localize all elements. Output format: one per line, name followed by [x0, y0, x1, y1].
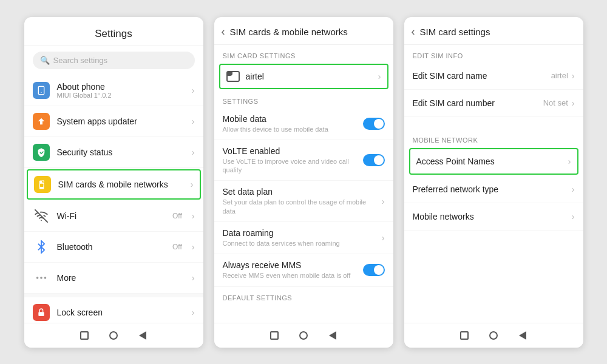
nav-circle-icon-2 — [299, 331, 308, 340]
sim-chevron: › — [191, 180, 194, 189]
about-phone-icon — [33, 82, 50, 99]
apn-chevron: › — [568, 157, 571, 166]
nav-circle-icon-3 — [489, 331, 498, 340]
settings-item-wifi[interactable]: Wi-Fi Off › — [24, 201, 203, 232]
edit-sim-number-label: Edit SIM card number — [413, 98, 543, 108]
settings-section-label: SETTINGS — [214, 90, 393, 108]
mms-item[interactable]: Always receive MMS Receive MMS even when… — [214, 254, 393, 286]
sim-settings-back-arrow[interactable]: ‹ — [412, 25, 415, 38]
security-chevron: › — [192, 147, 195, 157]
volte-toggle[interactable] — [363, 154, 385, 166]
nav-circle-btn-3[interactable] — [487, 329, 500, 342]
search-input-placeholder: Search settings — [53, 56, 108, 65]
settings-item-security[interactable]: Security status › — [24, 137, 203, 168]
svg-rect-8 — [38, 312, 44, 316]
nav-back-icon-3 — [519, 331, 526, 340]
data-plan-label: Set data plan — [223, 187, 376, 197]
security-text: Security status — [57, 147, 185, 157]
settings-item-sim[interactable]: SIM cards & mobile networks › — [27, 169, 201, 200]
mobile-data-text: Mobile data Allow this device to use mob… — [223, 114, 357, 133]
screens-container: Settings 🔍 Search settings About phone M… — [12, 5, 595, 360]
apn-item[interactable]: Access Point Names › — [409, 148, 578, 175]
edit-sim-name-value: airtel — [551, 71, 568, 80]
more-text: More — [57, 273, 185, 283]
screen-sim-settings: ‹ SIM card settings EDIT SIM INFO Edit S… — [404, 17, 583, 348]
settings-item-about-phone[interactable]: About phone MIUI Global 1°.0.2 › — [24, 75, 203, 106]
settings-item-lock[interactable]: Lock screen › — [24, 297, 203, 323]
wifi-icon — [33, 207, 50, 224]
about-phone-chevron: › — [192, 86, 195, 95]
nav-square-icon-2 — [270, 331, 279, 340]
nav-square-btn-1[interactable] — [78, 329, 90, 342]
mobile-data-toggle[interactable] — [363, 118, 385, 130]
edit-sim-number-item[interactable]: Edit SIM card number Not set › — [404, 90, 583, 117]
sim-card-icon — [226, 71, 240, 82]
security-label: Security status — [57, 147, 185, 157]
bluetooth-label: Bluetooth — [57, 242, 166, 252]
settings-item-bluetooth[interactable]: Bluetooth Off › — [24, 232, 203, 263]
system-apps-chevron: › — [192, 116, 195, 126]
sim-back-arrow[interactable]: ‹ — [222, 25, 225, 38]
settings-item-system-apps[interactable]: System apps updater › — [24, 106, 203, 137]
settings-title: Settings — [24, 17, 203, 46]
nav-square-btn-2[interactable] — [268, 329, 280, 342]
sim-settings-list: SIM CARD SETTINGS airtel › SETTINGS Mobi… — [214, 45, 393, 323]
bluetooth-icon — [33, 238, 50, 255]
sim-settings-title: SIM card settings — [420, 27, 490, 37]
about-phone-value: MIUI Global 1°.0.2 — [57, 92, 185, 99]
search-bar[interactable]: 🔍 Search settings — [33, 52, 195, 69]
security-icon — [33, 144, 50, 161]
volte-item[interactable]: VoLTE enabled Use VoLTE to improve voice… — [214, 140, 393, 181]
nav-back-btn-2[interactable] — [327, 329, 339, 342]
more-chevron: › — [192, 273, 195, 283]
lock-icon — [33, 304, 50, 321]
mobile-data-item[interactable]: Mobile data Allow this device to use mob… — [214, 108, 393, 140]
data-plan-text: Set data plan Set your data plan to cont… — [223, 187, 376, 215]
sim-settings-header: ‹ SIM card settings — [404, 17, 583, 45]
about-phone-text: About phone MIUI Global 1°.0.2 — [57, 82, 185, 99]
mms-sub: Receive MMS even when mobile data is off — [223, 271, 357, 280]
nav-back-btn-3[interactable] — [517, 329, 529, 342]
volte-sub: Use VoLTE to improve voice and video cal… — [223, 157, 357, 175]
nav-back-btn-1[interactable] — [137, 329, 149, 342]
wifi-chevron: › — [192, 211, 195, 221]
wifi-label: Wi-Fi — [57, 211, 166, 221]
sim-header: ‹ SIM cards & mobile networks — [214, 17, 393, 45]
svg-point-6 — [40, 277, 42, 279]
nav-circle-icon-1 — [109, 331, 118, 340]
volte-label: VoLTE enabled — [223, 146, 357, 156]
svg-point-5 — [36, 277, 38, 279]
preferred-network-item[interactable]: Preferred network type › — [404, 176, 583, 203]
mobile-network-label: MOBILE NETWORK — [404, 129, 583, 147]
wifi-text: Wi-Fi — [57, 211, 166, 221]
nav-square-icon-3 — [460, 331, 469, 340]
sim-title: SIM cards & mobile networks — [230, 27, 348, 37]
sim-text: SIM cards & mobile networks — [58, 180, 183, 189]
svg-point-1 — [41, 92, 41, 92]
mobile-networks-label: Mobile networks — [413, 212, 572, 221]
edit-sim-info-label: EDIT SIM INFO — [404, 45, 583, 62]
settings-item-more[interactable]: More › — [24, 263, 203, 294]
mms-toggle[interactable] — [363, 264, 385, 276]
edit-sim-name-chevron: › — [572, 71, 575, 81]
svg-rect-0 — [38, 86, 44, 94]
volte-text: VoLTE enabled Use VoLTE to improve voice… — [223, 146, 357, 175]
sim-airtel-item[interactable]: airtel › — [219, 64, 388, 89]
nav-circle-btn-2[interactable] — [297, 329, 310, 342]
data-plan-item[interactable]: Set data plan Set your data plan to cont… — [214, 181, 393, 222]
svg-point-7 — [44, 277, 46, 279]
bluetooth-chevron: › — [192, 242, 195, 252]
nav-square-icon-1 — [80, 331, 89, 340]
edit-sim-number-chevron: › — [572, 98, 575, 108]
nav-circle-btn-1[interactable] — [107, 329, 120, 342]
mobile-networks-item[interactable]: Mobile networks › — [404, 203, 583, 231]
edit-sim-name-item[interactable]: Edit SIM card name airtel › — [404, 62, 583, 90]
mobile-data-label: Mobile data — [223, 114, 357, 124]
settings-list: About phone MIUI Global 1°.0.2 › System … — [24, 75, 203, 323]
wifi-value: Off — [172, 212, 182, 220]
system-apps-icon — [33, 113, 50, 130]
nav-square-btn-3[interactable] — [458, 329, 470, 342]
data-roaming-item[interactable]: Data roaming Connect to data services wh… — [214, 222, 393, 254]
sim-airtel-name: airtel — [246, 72, 372, 81]
spacer — [404, 117, 583, 129]
